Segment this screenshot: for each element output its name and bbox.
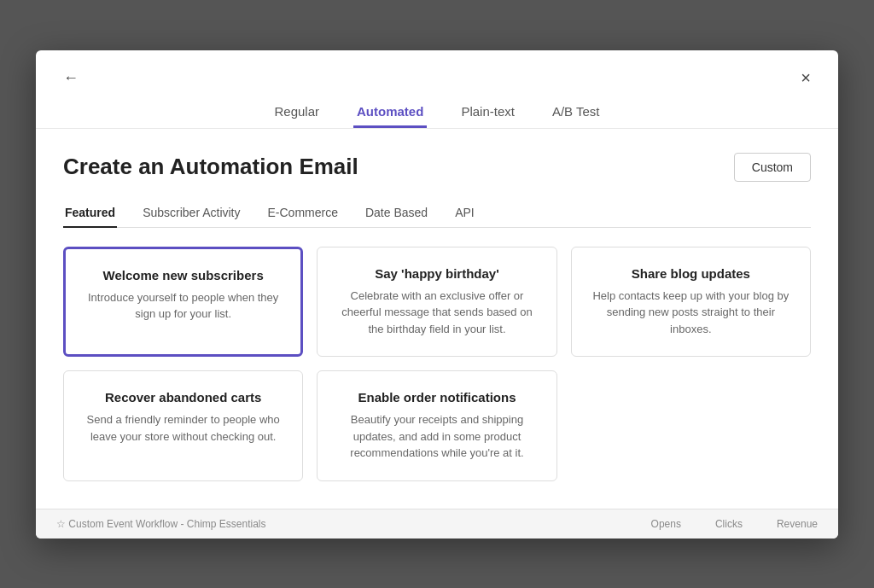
modal-nav-row: ← × bbox=[56, 66, 818, 90]
card-birthday-desc: Celebrate with an exclusive offer or che… bbox=[335, 288, 539, 338]
card-orders-title: Enable order notifications bbox=[335, 390, 539, 405]
card-carts[interactable]: Recover abandoned carts Send a friendly … bbox=[63, 370, 303, 481]
tab-ab-test[interactable]: A/B Test bbox=[549, 97, 603, 128]
tab-bar: Regular Automated Plain-text A/B Test bbox=[56, 90, 818, 128]
card-blog-desc: Help contacts keep up with your blog by … bbox=[589, 288, 793, 338]
bottom-col-clicks: Clicks bbox=[715, 518, 743, 530]
card-birthday-title: Say 'happy birthday' bbox=[335, 266, 539, 281]
card-birthday[interactable]: Say 'happy birthday' Celebrate with an e… bbox=[317, 247, 556, 358]
bottom-col-opens: Opens bbox=[651, 518, 681, 530]
back-icon: ← bbox=[63, 69, 79, 86]
tab-automated[interactable]: Automated bbox=[353, 97, 427, 128]
close-icon: × bbox=[801, 68, 811, 87]
cards-grid: Welcome new subscribers Introduce yourse… bbox=[63, 247, 811, 481]
card-blog[interactable]: Share blog updates Help contacts keep up… bbox=[571, 247, 811, 358]
card-orders-desc: Beautify your receipts and shipping upda… bbox=[335, 411, 539, 462]
bottom-link[interactable]: ☆ Custom Event Workflow - Chimp Essentia… bbox=[56, 518, 266, 530]
tab-plain-text[interactable]: Plain-text bbox=[457, 97, 518, 128]
card-blog-title: Share blog updates bbox=[589, 266, 793, 281]
page-header-row: Create an Automation Email Custom bbox=[63, 153, 811, 182]
card-welcome[interactable]: Welcome new subscribers Introduce yourse… bbox=[63, 247, 303, 358]
custom-button[interactable]: Custom bbox=[734, 153, 811, 182]
modal-header: ← × Regular Automated Plain-text A/B Tes… bbox=[36, 50, 838, 129]
close-button[interactable]: × bbox=[794, 66, 818, 90]
card-orders[interactable]: Enable order notifications Beautify your… bbox=[317, 370, 556, 481]
sub-tab-date-based[interactable]: Date Based bbox=[364, 199, 429, 228]
card-welcome-desc: Introduce yourself to people when they s… bbox=[83, 289, 283, 323]
page-title: Create an Automation Email bbox=[63, 154, 358, 180]
card-carts-title: Recover abandoned carts bbox=[81, 390, 285, 405]
sub-tab-e-commerce[interactable]: E-Commerce bbox=[266, 199, 340, 228]
tab-regular[interactable]: Regular bbox=[271, 97, 323, 128]
card-carts-desc: Send a friendly reminder to people who l… bbox=[81, 411, 285, 445]
card-welcome-title: Welcome new subscribers bbox=[83, 268, 283, 282]
modal-dialog: ← × Regular Automated Plain-text A/B Tes… bbox=[36, 50, 838, 539]
sub-tab-api[interactable]: API bbox=[453, 199, 476, 228]
back-button[interactable]: ← bbox=[56, 66, 85, 90]
sub-tab-featured[interactable]: Featured bbox=[63, 199, 117, 228]
sub-tab-subscriber-activity[interactable]: Subscriber Activity bbox=[141, 199, 242, 228]
modal-body: Create an Automation Email Custom Featur… bbox=[36, 129, 838, 509]
bottom-bar: ☆ Custom Event Workflow - Chimp Essentia… bbox=[36, 509, 838, 539]
bottom-links: Opens Clicks Revenue bbox=[651, 518, 818, 530]
bottom-col-revenue: Revenue bbox=[777, 518, 818, 530]
modal-backdrop: ← × Regular Automated Plain-text A/B Tes… bbox=[0, 0, 874, 588]
sub-tab-bar: Featured Subscriber Activity E-Commerce … bbox=[63, 199, 811, 228]
